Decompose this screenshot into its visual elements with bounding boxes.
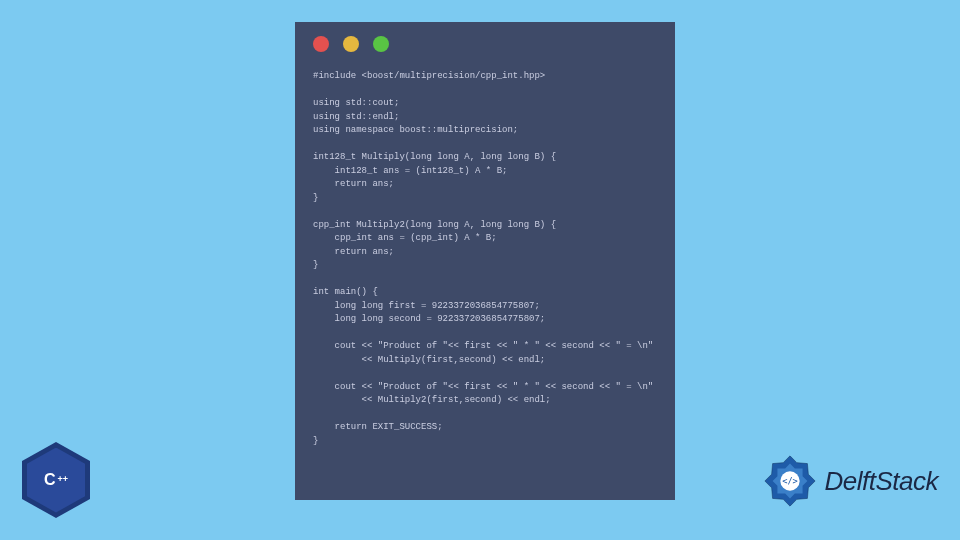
brand-name: DelftStack <box>825 466 939 497</box>
maximize-icon <box>373 36 389 52</box>
brand-logo: </> DelftStack <box>761 452 939 510</box>
code-snippet: #include <boost/multiprecision/cpp_int.h… <box>313 70 657 448</box>
gear-icon: </> <box>761 452 819 510</box>
cpp-letter: C <box>44 471 56 489</box>
svg-text:</>: </> <box>782 476 798 486</box>
window-traffic-lights <box>313 36 657 52</box>
code-window: #include <boost/multiprecision/cpp_int.h… <box>295 22 675 500</box>
cpp-plus: ++ <box>58 477 69 482</box>
close-icon <box>313 36 329 52</box>
minimize-icon <box>343 36 359 52</box>
cpp-logo: C ++ <box>22 442 94 522</box>
